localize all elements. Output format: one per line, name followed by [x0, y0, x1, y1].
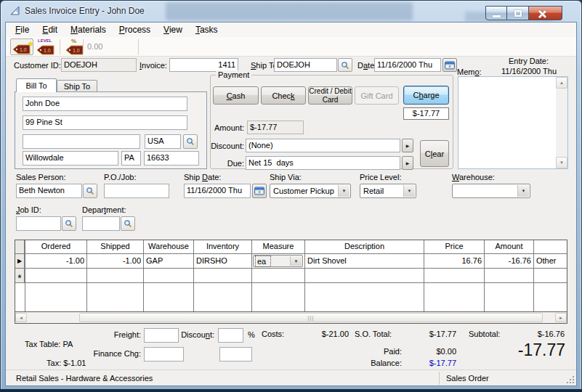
price-percent-icon[interactable]: % 1.0 — [65, 44, 84, 56]
cell-warehouse[interactable]: GAP — [144, 254, 193, 268]
po-job-label: P.O./Job: — [104, 173, 136, 182]
customer-id-label: Customer ID: — [14, 61, 61, 70]
bill-address2-field[interactable] — [23, 134, 140, 149]
ship-date-calendar-button[interactable] — [252, 184, 267, 198]
grid-hscrollbar[interactable]: ◄ ||| ► — [15, 311, 567, 323]
menu-view[interactable]: View — [157, 23, 189, 37]
job-id-field[interactable] — [16, 216, 61, 231]
credit-debit-button[interactable]: Credit / Debit Card — [308, 86, 352, 105]
amount-label: Amount: — [211, 123, 244, 133]
cell-measure-dropdown[interactable]: ea ▼ — [253, 255, 303, 267]
ship-via-dropdown[interactable]: Customer Pickup▼ — [270, 184, 351, 198]
discount-expand-button[interactable]: ▶ — [402, 139, 413, 152]
due-expand-button[interactable]: ▶ — [402, 156, 413, 170]
check-button[interactable]: Check — [261, 86, 306, 105]
discount-footer-field[interactable] — [218, 328, 243, 343]
cell-description[interactable]: Dirt Shovel — [305, 254, 424, 268]
ship-date-field[interactable]: 11/16/2000 Thu — [184, 184, 251, 198]
sales-person-lookup-button[interactable] — [83, 184, 97, 198]
due-field[interactable]: Net 15 days — [246, 156, 400, 170]
minimize-button[interactable] — [485, 6, 507, 20]
warehouse-label: Warehouse: — [452, 173, 495, 182]
cell-price[interactable]: 16.76 — [424, 254, 484, 268]
menu-edit[interactable]: Edit — [36, 23, 64, 37]
cash-button[interactable]: Cash — [213, 86, 259, 105]
sales-person-label: Sales Person: — [16, 173, 65, 182]
tab-ship-to[interactable]: Ship To — [57, 80, 97, 92]
scroll-left-button[interactable]: ◄ — [15, 313, 27, 322]
price-tag-new-icon[interactable]: 1.0 ★ — [12, 44, 31, 55]
cell-other[interactable]: Other — [534, 254, 567, 268]
discount-field[interactable]: (None) — [246, 139, 400, 152]
charge-button[interactable]: Charge — [403, 86, 449, 105]
ship-to-field[interactable]: DOEJOH — [274, 58, 337, 72]
discount2-field[interactable] — [219, 347, 252, 362]
menu-file[interactable]: File — [9, 23, 36, 37]
cell-inventory[interactable]: DIRSHO — [194, 254, 251, 268]
country-lookup-button[interactable] — [183, 134, 198, 149]
resize-grip-icon[interactable] — [566, 375, 575, 384]
ship-date-label: Ship Date: — [184, 173, 221, 182]
memo-scrollbar[interactable]: ▲ ▼ — [556, 77, 567, 168]
search-icon — [186, 137, 195, 146]
menu-materials[interactable]: Materials — [64, 23, 113, 37]
restore-button[interactable] — [507, 6, 529, 20]
gift-card-button[interactable]: Gift Card — [355, 86, 399, 105]
scroll-up-button[interactable]: ▲ — [556, 77, 567, 89]
department-field[interactable] — [82, 216, 120, 231]
date-field[interactable]: 11/16/2000 Thu — [374, 58, 441, 72]
clear-button[interactable]: Clear — [420, 140, 449, 167]
bill-address1-field[interactable]: 99 Pine St — [23, 115, 187, 130]
tab-bill-to[interactable]: Bill To — [16, 78, 57, 92]
new-row-selector[interactable]: * — [15, 269, 25, 282]
window-title: Sales Invoice Entry - John Doe — [25, 6, 145, 16]
bill-zip-field[interactable]: 16633 — [144, 151, 199, 166]
hscroll-thumb[interactable]: ||| — [79, 313, 543, 322]
department-label: Department: — [82, 205, 126, 215]
entry-date-value: 11/16/2000 Thu — [501, 67, 557, 76]
column-header-warehouse: Warehouse — [144, 240, 193, 253]
due-label: Due: — [211, 159, 244, 168]
job-id-label: Job ID: — [16, 205, 41, 215]
subtotal-value: $-16.76 — [518, 330, 565, 339]
balance-label: Balance: — [358, 359, 402, 368]
warehouse-dropdown[interactable]: ▼ — [452, 184, 530, 198]
percent-sign: % — [248, 330, 255, 340]
date-calendar-button[interactable] — [442, 58, 457, 72]
tax-table-value: PA — [62, 340, 73, 348]
toolbar: 1.0 ★ LEVEL 1.0 % 1.0 0.00 — [6, 37, 576, 57]
price-level-dropdown[interactable]: Retail▼ — [360, 184, 416, 198]
tax-value: $-1.01 — [63, 359, 86, 367]
row-selector[interactable]: ▶ — [15, 254, 25, 268]
bill-name-field[interactable]: John Doe — [23, 97, 187, 111]
bill-state-field[interactable]: PA — [121, 151, 141, 166]
freight-label: Freight: — [93, 330, 141, 340]
cell-shipped[interactable]: -1.00 — [87, 254, 143, 268]
scroll-down-button[interactable]: ▼ — [556, 157, 567, 168]
customer-id-field[interactable]: DOEJOH — [61, 58, 137, 72]
discount-footer-label: Discount: — [173, 330, 214, 340]
finance-chg-field[interactable] — [144, 347, 184, 362]
bill-country-field[interactable]: USA — [145, 134, 181, 149]
menu-process[interactable]: Process — [113, 23, 157, 37]
job-id-lookup-button[interactable] — [62, 216, 76, 231]
scroll-right-button[interactable]: ► — [555, 313, 567, 322]
sales-person-field[interactable]: Beth Newton — [16, 184, 82, 198]
search-icon — [124, 219, 132, 228]
bill-city-field[interactable]: Willowdale — [23, 151, 118, 166]
so-total-label: S.O. Total: — [355, 330, 392, 339]
status-right-text: Sales Order — [446, 374, 489, 383]
cell-amount[interactable]: -16.76 — [485, 254, 533, 268]
cell-ordered[interactable]: -1.00 — [25, 254, 86, 268]
ship-to-lookup-button[interactable] — [338, 58, 352, 72]
memo-field[interactable] — [458, 76, 568, 169]
department-lookup-button[interactable] — [121, 216, 135, 231]
grid-corner-cell — [15, 240, 25, 253]
menu-tasks[interactable]: Tasks — [189, 23, 225, 37]
price-level-icon[interactable]: LEVEL 1.0 — [36, 44, 55, 56]
menu-bar: File Edit Materials Process View Tasks — [6, 23, 576, 37]
bill-to-panel: John Doe 99 Pine St USA Willowdale PA 16… — [15, 91, 207, 169]
close-button[interactable] — [529, 6, 562, 20]
po-job-field[interactable] — [104, 184, 169, 198]
window-bottom-edge — [0, 389, 582, 392]
